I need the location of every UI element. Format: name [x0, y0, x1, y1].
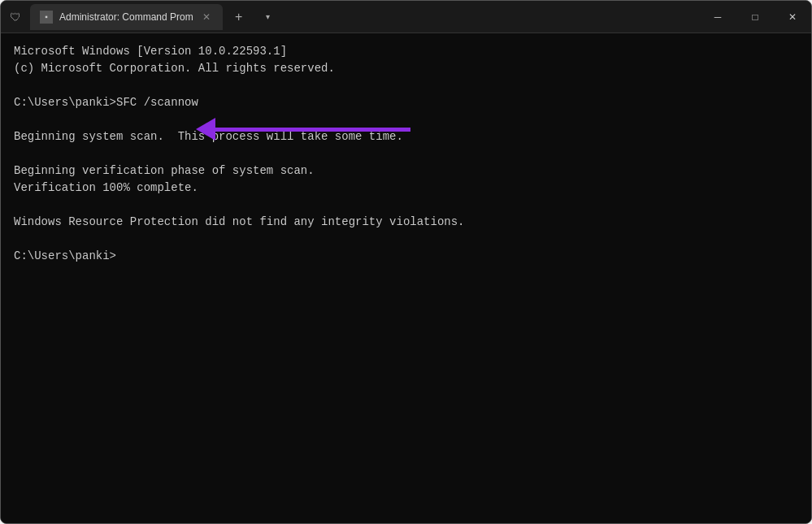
- terminal-blank-4: [14, 197, 798, 214]
- titlebar: 🛡 ▪ Administrator: Command Prom ✕ + ▾ ─ …: [1, 1, 811, 33]
- terminal-window: 🛡 ▪ Administrator: Command Prom ✕ + ▾ ─ …: [0, 0, 812, 524]
- terminal-line-9: Verification 100% complete.: [14, 180, 798, 197]
- tab-dropdown-button[interactable]: ▾: [255, 4, 281, 30]
- terminal-blank-5: [14, 231, 798, 248]
- maximize-button[interactable]: □: [736, 4, 774, 30]
- terminal-line-2: (c) Microsoft Corporation. All rights re…: [14, 60, 798, 77]
- terminal-line-11: Windows Resource Protection did not find…: [14, 214, 798, 231]
- close-button[interactable]: ✕: [774, 4, 811, 30]
- terminal-content[interactable]: Microsoft Windows [Version 10.0.22593.1]…: [1, 33, 811, 523]
- window-controls: ─ □ ✕: [699, 4, 811, 30]
- terminal-blank-3: [14, 145, 798, 162]
- terminal-line-13: C:\Users\panki>: [14, 248, 798, 265]
- arrow-head: [196, 118, 215, 141]
- tab-title: Administrator: Command Prom: [59, 11, 193, 23]
- arrow-line: [215, 128, 410, 132]
- terminal-blank-1: [14, 77, 798, 94]
- arrow-annotation: [196, 113, 456, 145]
- arrow-shape: [196, 118, 410, 141]
- tab-close-button[interactable]: ✕: [200, 11, 213, 24]
- minimize-button[interactable]: ─: [699, 4, 736, 30]
- terminal-line-8: Beginning verification phase of system s…: [14, 162, 798, 180]
- active-tab[interactable]: ▪ Administrator: Command Prom ✕: [30, 4, 223, 30]
- terminal-line-4: C:\Users\panki>SFC /scannow: [14, 94, 798, 111]
- terminal-line-1: Microsoft Windows [Version 10.0.22593.1]: [14, 43, 798, 60]
- titlebar-left: 🛡 ▪ Administrator: Command Prom ✕ + ▾: [7, 4, 699, 30]
- tab-cmd-icon: ▪: [40, 11, 53, 24]
- new-tab-button[interactable]: +: [226, 4, 252, 30]
- shield-icon: 🛡: [7, 9, 24, 25]
